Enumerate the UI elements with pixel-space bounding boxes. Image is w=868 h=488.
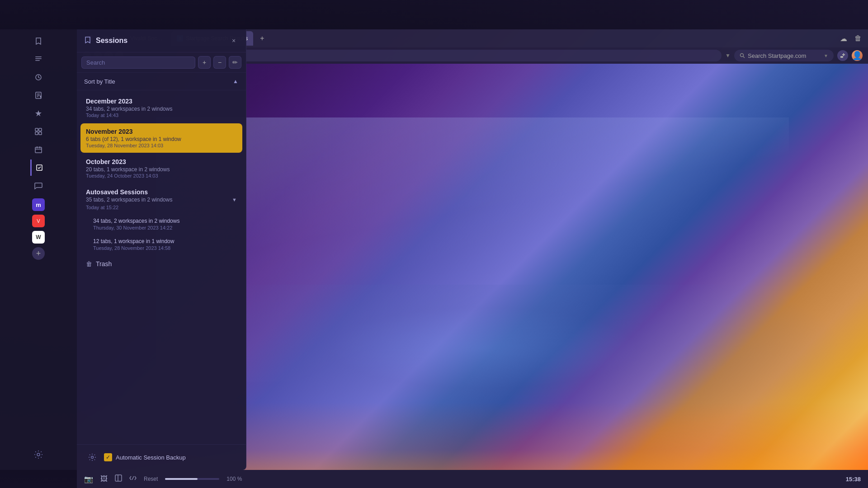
autosaved-sub-date-1: Tuesday, 28 November 2023 14:58 [93, 245, 237, 251]
autosaved-sub-item-0[interactable]: 34 tabs, 2 workspaces in 2 windows Thurs… [80, 214, 242, 234]
session-item-october[interactable]: October 2023 20 tabs, 1 workspace in 2 w… [80, 154, 242, 183]
sidebar-mastodon-wrap[interactable]: m [32, 198, 45, 211]
address-url-input[interactable] [176, 50, 722, 61]
autosaved-expand-button[interactable]: ▼ [232, 197, 237, 202]
panel-settings-icon[interactable] [84, 449, 100, 465]
session-title-december: December 2023 [86, 98, 237, 105]
session-title-october: October 2023 [86, 158, 237, 165]
mastodon-label: m [36, 202, 41, 208]
sessions-panel: Sessions × + − ✏ Sort by Title ▲ Decembe… [77, 29, 246, 470]
session-search-input[interactable] [81, 56, 195, 69]
svg-rect-23 [115, 475, 122, 481]
sort-row: Sort by Title ▲ [77, 73, 246, 90]
sidebar-icon-tasks[interactable] [30, 160, 47, 176]
autosaved-sub-date-0: Thursday, 30 November 2023 14:22 [93, 225, 237, 230]
user-profile-icon[interactable]: 👤 [852, 50, 863, 61]
svg-rect-21 [840, 56, 843, 58]
extensions-icon[interactable] [837, 50, 848, 61]
tab-add-button[interactable]: + [257, 33, 268, 44]
svg-line-25 [132, 476, 134, 480]
vivaldi-label: V [37, 218, 40, 224]
search-box[interactable]: Search Startpage.com ▼ [734, 50, 834, 61]
auto-backup-label: Automatic Session Backup [116, 454, 186, 461]
autosaved-sub-title-0: 34 tabs, 2 workspaces in 2 windows [93, 218, 237, 224]
sidebar-icon-panels[interactable] [30, 123, 47, 140]
svg-line-20 [743, 56, 745, 58]
sidebar-add-wrap[interactable]: + [32, 247, 45, 260]
sidebar-icon-notes[interactable] [30, 87, 47, 103]
session-title-november: November 2023 [86, 128, 237, 135]
sidebar-vivaldi-wrap[interactable]: V [32, 215, 45, 227]
panel-close-button[interactable]: × [229, 36, 239, 46]
session-item-december[interactable]: December 2023 34 tabs, 2 workspaces in 2… [80, 93, 242, 122]
clock-display: 15:38 [846, 476, 861, 483]
svg-rect-1 [35, 58, 42, 59]
search-dropdown-arrow[interactable]: ▼ [824, 53, 828, 58]
zoom-slider[interactable] [165, 478, 219, 480]
zoom-slider-fill [165, 478, 198, 480]
session-date-december: Today at 14:43 [86, 113, 237, 118]
svg-rect-13 [35, 147, 42, 153]
session-date-october: Tuesday, 24 October 2023 14:03 [86, 173, 237, 178]
svg-rect-11 [35, 132, 38, 135]
autosaved-meta: 35 tabs, 2 workspaces in 2 windows [86, 197, 229, 203]
svg-rect-2 [35, 60, 40, 61]
session-meta-october: 20 tabs, 1 workspace in 2 windows [86, 166, 237, 173]
sidebar-icon-reading[interactable] [30, 51, 47, 67]
trash-icon: 🗑 [86, 260, 92, 267]
sidebar-icon-history[interactable] [30, 69, 47, 85]
svg-point-18 [37, 453, 40, 456]
remove-session-button[interactable]: − [213, 56, 226, 69]
sidebar-app-vivaldi[interactable]: V [32, 215, 45, 227]
status-code-icon[interactable] [129, 474, 137, 483]
sidebar-wiki-wrap[interactable]: W [32, 231, 45, 244]
autosaved-date: Today at 15:22 [80, 205, 242, 213]
session-meta-november: 6 tabs (of 12), 1 workspace in 1 window [86, 136, 237, 142]
trash-row[interactable]: 🗑 Trash [80, 257, 242, 271]
session-meta-december: 34 tabs, 2 workspaces in 2 windows [86, 106, 237, 112]
sidebar-add-app-button[interactable]: + [32, 247, 45, 260]
sidebar-icon-calendar[interactable] [30, 141, 47, 158]
sidebar-icon-bookmarks[interactable] [30, 33, 47, 49]
auto-backup-checkbox[interactable]: ✓ [104, 453, 112, 461]
autosaved-sub-items: 34 tabs, 2 workspaces in 2 windows Thurs… [80, 213, 242, 256]
sidebar-app-wiki[interactable]: W [32, 231, 45, 244]
sort-toggle-button[interactable]: ▲ [230, 75, 241, 87]
edit-session-button[interactable]: ✏ [229, 56, 241, 69]
sidebar-icon-chat[interactable] [30, 178, 47, 194]
zoom-reset-button[interactable]: Reset [144, 476, 158, 482]
wiki-label: W [36, 234, 41, 240]
status-image-icon[interactable]: 🖼 [100, 475, 108, 483]
panel-footer: ✓ Automatic Session Backup [77, 444, 246, 470]
status-panels-icon[interactable] [115, 474, 122, 483]
autosaved-title: Autosaved Sessions [86, 188, 237, 196]
session-item-november[interactable]: November 2023 6 tabs (of 12), 1 workspac… [80, 123, 242, 153]
cloud-sync-icon[interactable]: ☁ [838, 33, 849, 45]
svg-rect-0 [35, 56, 42, 57]
svg-rect-9 [35, 128, 38, 131]
status-camera-icon[interactable]: 📷 [84, 475, 93, 483]
search-box-placeholder: Search Startpage.com [748, 52, 806, 59]
add-session-button[interactable]: + [198, 56, 211, 69]
autosaved-sub-item-1[interactable]: 12 tabs, 1 workspace in 1 window Tuesday… [80, 235, 242, 254]
zoom-percent-label: 100 % [226, 476, 245, 482]
svg-rect-10 [39, 128, 42, 131]
svg-point-22 [91, 456, 94, 459]
status-bar: 📷 🖼 Reset 100 % 15:38 [77, 470, 868, 488]
sessions-list: December 2023 34 tabs, 2 workspaces in 2… [77, 90, 246, 444]
address-dropdown-arrow[interactable]: ▼ [725, 52, 731, 59]
svg-marker-8 [35, 110, 42, 117]
sidebar-app-mastodon[interactable]: m [32, 198, 45, 211]
autosaved-header: Autosaved Sessions 35 tabs, 2 workspaces… [80, 184, 242, 205]
search-icon [740, 53, 745, 58]
sort-label: Sort by Title [84, 78, 230, 85]
panel-bookmark-icon [84, 36, 91, 45]
tab-trash-icon[interactable]: 🗑 [853, 33, 863, 44]
sidebar-settings-icon[interactable] [30, 446, 47, 463]
sidebar-icon-reading-list[interactable] [30, 105, 47, 122]
autosaved-sub-title-1: 12 tabs, 1 workspace in 1 window [93, 238, 237, 244]
sidebar: m V W + [0, 29, 77, 470]
autosaved-meta-row: 35 tabs, 2 workspaces in 2 windows ▼ [86, 197, 237, 203]
trash-label: Trash [96, 260, 112, 267]
panel-title: Sessions [96, 37, 224, 45]
